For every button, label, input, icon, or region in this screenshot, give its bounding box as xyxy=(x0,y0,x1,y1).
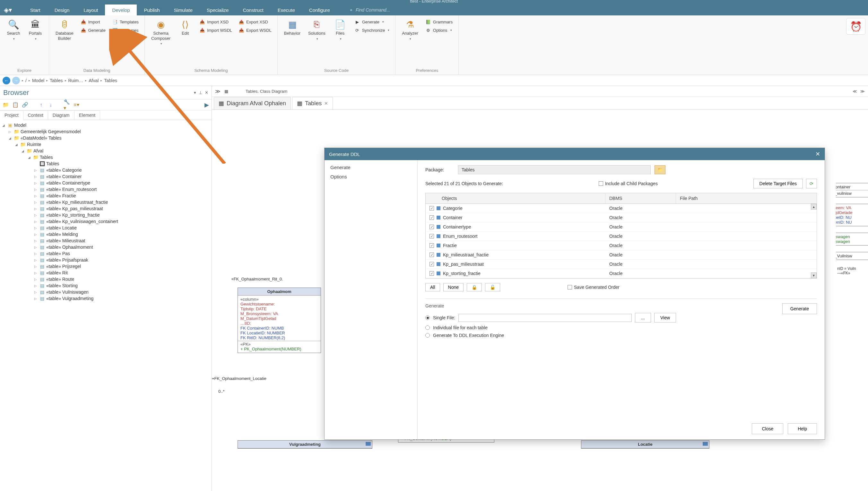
generate-code-button[interactable]: ▶Generate xyxy=(352,18,392,26)
object-row[interactable]: ✓Enum_routesoortOracle xyxy=(426,232,817,241)
play-icon[interactable]: ▶ xyxy=(204,102,209,109)
grammars-button[interactable]: 📗Grammars xyxy=(424,18,455,26)
options-button[interactable]: ⚙Options xyxy=(424,26,455,34)
tree-table-item[interactable]: ▷▤«table» Enum_routesoort xyxy=(33,186,210,193)
object-row[interactable]: ✓FractieOracle xyxy=(426,241,817,250)
analyzer-button[interactable]: ⚗ Analyzer xyxy=(399,18,421,67)
col-filepath[interactable]: File Path xyxy=(676,193,817,203)
tab-publish[interactable]: Publish xyxy=(137,4,167,16)
object-row[interactable]: ✓Kp_pas_milieustraatOracle xyxy=(426,260,817,269)
tab-start[interactable]: Start xyxy=(23,4,48,16)
app-icon[interactable]: ◈▾ xyxy=(4,4,23,16)
close-button[interactable]: Close xyxy=(752,423,783,434)
import-xsd-button[interactable]: 📥Import XSD xyxy=(197,18,234,26)
scroll-up-icon[interactable]: ▲ xyxy=(811,204,817,209)
tree-table-item[interactable]: ▷▤«table» Route xyxy=(33,276,210,282)
col-objects[interactable]: Objects xyxy=(426,193,605,203)
row-checkbox[interactable]: ✓ xyxy=(430,271,434,276)
tab-project[interactable]: Project xyxy=(0,110,23,120)
nav-forward-button[interactable]: → xyxy=(12,77,20,84)
tree-table-item[interactable]: ▷▤«table» Categorie xyxy=(33,167,210,173)
object-row[interactable]: ✓CategorieOracle xyxy=(426,204,817,213)
tree-table-item[interactable]: ▷▤«table» Fractie xyxy=(33,193,210,199)
tab-simulate[interactable]: Simulate xyxy=(167,4,200,16)
close-tab-icon[interactable]: ✕ xyxy=(324,101,328,106)
single-file-input[interactable] xyxy=(458,314,632,322)
tree-table-item[interactable]: ▷▤«table» Locatie xyxy=(33,225,210,231)
row-checkbox[interactable]: ✓ xyxy=(430,262,434,266)
tree-table-item[interactable]: ▷▤«table» Pas xyxy=(33,250,210,257)
tree-afval[interactable]: ◢📁Afval xyxy=(21,148,210,154)
files-button[interactable]: 📄 Files xyxy=(330,18,350,67)
database-builder-button[interactable]: 🛢 Database Builder xyxy=(53,18,76,67)
tab-context[interactable]: Context xyxy=(23,110,48,120)
link-icon[interactable]: 🔗 xyxy=(22,102,28,108)
export-wsdl-button[interactable]: 📤Export WSDL xyxy=(237,26,273,34)
objects-body[interactable]: ▲ ✓CategorieOracle✓ContainerOracle✓Conta… xyxy=(426,204,817,278)
tree-table-item[interactable]: ▷▤«table» Vuilniswagen xyxy=(33,289,210,295)
object-row[interactable]: ✓Kp_storting_fractieOracle xyxy=(426,269,817,278)
tree-gemeen[interactable]: ▷📁Gemeentelijk Gegevensmodel xyxy=(8,128,210,135)
classbox-ophaalmoment[interactable]: Ophaalmom «column» Gewichtstoename: Tijd… xyxy=(237,288,321,353)
generate-ddl-button[interactable]: Generate xyxy=(782,303,817,314)
new-folder-icon[interactable]: 📁 xyxy=(3,102,9,108)
tree-table-item[interactable]: ▷▤«table» Prijsregel xyxy=(33,263,210,269)
tab-specialize[interactable]: Specialize xyxy=(200,4,236,16)
object-row[interactable]: ✓ContainertypeOracle xyxy=(426,222,817,232)
object-row[interactable]: ✓Kp_milieustraat_fractieOracle xyxy=(426,250,817,260)
tab-element[interactable]: Element xyxy=(75,110,100,120)
row-checkbox[interactable]: ✓ xyxy=(430,225,434,229)
tab-construct[interactable]: Construct xyxy=(236,4,270,16)
row-checkbox[interactable]: ✓ xyxy=(430,215,434,220)
new-item-icon[interactable]: 📋 xyxy=(12,102,19,108)
crumb-ruimte[interactable]: Ruim… xyxy=(68,78,84,83)
col-dbms[interactable]: DBMS xyxy=(605,193,676,203)
find-command-input[interactable] xyxy=(356,7,420,12)
tree-table-item[interactable]: ▷▤«table» Milieustraat xyxy=(33,237,210,244)
radio-engine[interactable]: Generate To DDL Execution Engine xyxy=(425,331,770,339)
generate-button[interactable]: 📤Generate xyxy=(79,26,108,34)
side-options[interactable]: Options xyxy=(324,172,417,181)
package-input[interactable]: Tables xyxy=(458,165,651,174)
solutions-button[interactable]: ⎘ Solutions xyxy=(306,18,328,67)
tree-view[interactable]: ◢▣Model ▷📁Gemeentelijk Gegevensmodel ◢📁«… xyxy=(0,120,211,491)
select-same-button[interactable]: 🔒 xyxy=(467,283,482,291)
row-checkbox[interactable]: ✓ xyxy=(430,234,434,238)
radio-single[interactable]: Single File: ... View xyxy=(425,312,770,324)
crumb-afval[interactable]: Afval xyxy=(89,78,98,83)
dialog-close-icon[interactable]: ✕ xyxy=(815,150,820,157)
tree-model[interactable]: ◢▣Model xyxy=(1,122,210,128)
object-row[interactable]: ✓ContainerOracle xyxy=(426,213,817,222)
tab-develop[interactable]: Develop xyxy=(105,4,137,16)
tab-configure[interactable]: Configure xyxy=(302,4,337,16)
portals-button[interactable]: 🏛 Portals xyxy=(26,18,45,67)
toggle-icon[interactable]: ≫ xyxy=(215,88,221,94)
tree-table-item[interactable]: ▷▤«table» Kp_vuilniswagen_containert xyxy=(33,218,210,225)
tree-ruimte[interactable]: ◢📁Ruimte xyxy=(14,141,210,148)
clock-widget[interactable]: ⏰ xyxy=(846,18,865,35)
view-button[interactable]: View xyxy=(654,313,676,322)
tree-tables-diag[interactable]: 🔲Tables xyxy=(33,161,210,167)
tree-tables[interactable]: ◢📁Tables xyxy=(27,154,210,161)
browse-file-button[interactable]: ... xyxy=(635,313,651,322)
tree-table-item[interactable]: ▷▤«table» Prijsafspraak xyxy=(33,257,210,263)
export-xsd-button[interactable]: 📤Export XSD xyxy=(237,18,273,26)
panel-dropdown-icon[interactable]: ▾ xyxy=(194,90,196,95)
row-checkbox[interactable]: ✓ xyxy=(430,206,434,210)
tool-icon[interactable]: 🔧▾ xyxy=(63,102,70,108)
edit-button[interactable]: ⟨⟩ Edit xyxy=(176,18,195,67)
tree-table-item[interactable]: ▷▤«table» Storting xyxy=(33,282,210,289)
move-up-icon[interactable]: ↑ xyxy=(38,102,44,108)
synchronize-button[interactable]: ⟳Synchronize xyxy=(352,26,392,34)
import-button[interactable]: 📥Import xyxy=(79,18,108,26)
crumb-root[interactable]: / xyxy=(25,78,27,83)
tab-layout[interactable]: Layout xyxy=(77,4,105,16)
row-checkbox[interactable]: ✓ xyxy=(430,243,434,248)
tree-table-item[interactable]: ▷▤«table» Containertype xyxy=(33,180,210,186)
diagram-type-icon[interactable]: ▦ xyxy=(224,89,228,94)
scroll-down-icon[interactable]: ▼ xyxy=(811,272,817,278)
tree-table-item[interactable]: ▷▤«table» Kp_pas_milieustraat xyxy=(33,205,210,212)
behavior-button[interactable]: ▦ Behavior xyxy=(282,18,303,67)
nav-back-button[interactable]: ← xyxy=(3,77,10,84)
panel-close-icon[interactable]: ✕ xyxy=(205,90,208,95)
